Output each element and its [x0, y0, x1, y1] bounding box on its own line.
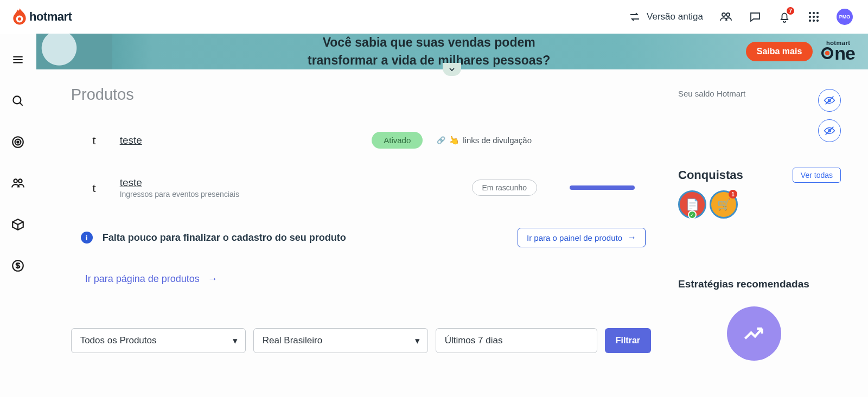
products-page-link[interactable]: Ir para página de produtos → [85, 273, 218, 284]
product-subtitle: Ingressos para eventos presenciais [120, 190, 239, 198]
svg-point-3 [726, 13, 730, 16]
check-icon: ✓ [688, 210, 697, 219]
toggle-balance-visibility-button[interactable] [818, 89, 841, 112]
link-icon: 🔗 [437, 136, 445, 144]
svg-point-1 [18, 17, 21, 21]
svg-point-11 [813, 20, 814, 21]
product-row: t teste Ingressos para eventos presencia… [71, 169, 651, 206]
status-badge-active: Ativado [372, 132, 423, 149]
left-sidebar [0, 34, 36, 397]
banner-image [36, 34, 112, 69]
notification-badge: 7 [786, 6, 795, 16]
svg-point-2 [722, 13, 725, 16]
balance-label: Seu saldo Hotmart [678, 89, 841, 98]
strategies-title: Estratégias recomendadas [678, 278, 841, 290]
svg-point-12 [816, 20, 818, 21]
achievements-title: Conquistas [678, 168, 743, 182]
product-letter: t [87, 181, 101, 195]
products-page-link-row: Ir para página de produtos → [71, 257, 651, 285]
svg-point-7 [809, 16, 810, 17]
people-icon[interactable] [10, 176, 25, 191]
user-avatar[interactable]: PMO [837, 9, 853, 25]
pointer-icon: 👆 [448, 133, 461, 147]
progress-bar [570, 185, 635, 190]
svg-point-4 [809, 12, 810, 14]
caret-down-icon: ▾ [415, 335, 420, 347]
banner-cta-button[interactable]: Saiba mais [746, 42, 813, 61]
alert-message: Falta pouco para finalizar o cadastro do… [103, 232, 518, 244]
legacy-version-label: Versão antiga [647, 11, 703, 22]
svg-point-10 [809, 20, 810, 21]
box-icon[interactable] [10, 217, 25, 232]
arrow-right-icon: → [628, 233, 636, 242]
share-links[interactable]: 🔗 👆 links de divulgação [437, 135, 532, 145]
growth-chart-icon[interactable] [727, 306, 781, 361]
filter-bar: Todos os Produtos▾ Real Brasileiro▾ Últi… [71, 285, 651, 353]
side-column: Seu saldo Hotmart Conquistas Ver todas 📄… [678, 86, 841, 397]
currency-filter-select[interactable]: Real Brasileiro▾ [253, 328, 428, 353]
filter-button[interactable]: Filtrar [605, 328, 651, 353]
legacy-version-link[interactable]: Versão antiga [628, 10, 703, 23]
info-icon: i [81, 232, 93, 244]
community-icon[interactable] [719, 10, 732, 23]
page-title: Produtos [71, 86, 651, 104]
badge-count: 1 [729, 190, 737, 198]
product-filter-select[interactable]: Todos os Produtos▾ [71, 328, 246, 353]
go-to-product-panel-button[interactable]: Ir para o painel de produto → [518, 228, 646, 247]
brand-name: hotmart [29, 10, 72, 24]
finish-registration-alert: i Falta pouco para finalizar o cadastro … [71, 218, 651, 257]
swap-icon [628, 10, 641, 23]
achievement-badge[interactable]: 🛒 1 [710, 190, 738, 219]
svg-point-8 [813, 16, 814, 17]
target-icon[interactable] [10, 135, 25, 150]
toggle-secondary-visibility-button[interactable] [818, 119, 841, 142]
menu-toggle-icon[interactable] [10, 52, 25, 67]
hotmart-one-logo: hotmart ne [821, 40, 855, 64]
cart-icon: 🛒 [717, 198, 731, 211]
arrow-right-icon: → [205, 273, 218, 284]
document-icon: 📄 [686, 198, 699, 211]
svg-point-9 [816, 16, 818, 17]
product-name-link[interactable]: teste [120, 135, 142, 146]
banner-text: Você sabia que suas vendas podem transfo… [112, 34, 746, 70]
achievements-header: Conquistas Ver todas [678, 168, 841, 183]
svg-point-17 [14, 179, 18, 183]
search-icon[interactable] [10, 93, 25, 108]
status-badge-draft: Em rascunho [472, 180, 537, 196]
svg-point-13 [14, 96, 21, 104]
notifications-icon[interactable]: 7 [778, 10, 791, 23]
view-all-achievements-button[interactable]: Ver todas [793, 168, 841, 183]
achievement-badge[interactable]: 📄 ✓ [678, 190, 706, 219]
banner-line-2: transformar a vida de milhares pessoas? [112, 52, 746, 69]
svg-point-18 [18, 179, 22, 183]
top-header: hotmart Versão antiga 7 PMO [0, 0, 868, 34]
svg-point-5 [813, 12, 814, 14]
product-name-link[interactable]: teste [120, 177, 239, 189]
flame-icon [12, 8, 27, 26]
share-links-label: links de divulgação [463, 136, 532, 145]
apps-grid-icon[interactable] [807, 10, 820, 23]
main-column: Produtos t teste Ativado 🔗 👆 links de di… [71, 86, 651, 397]
caret-down-icon: ▾ [233, 335, 238, 347]
svg-point-16 [17, 141, 19, 143]
banner-line-1: Você sabia que suas vendas podem [112, 34, 746, 52]
product-letter: t [87, 133, 101, 148]
brand-logo[interactable]: hotmart [12, 8, 72, 26]
chat-icon[interactable] [749, 10, 762, 23]
product-row: t teste Ativado 🔗 👆 links de divulgação [71, 124, 651, 156]
promo-banner: Você sabia que suas vendas podem transfo… [36, 34, 868, 69]
money-icon[interactable] [10, 258, 25, 273]
period-filter-select[interactable]: Últimos 7 dias [436, 328, 597, 353]
header-actions: Versão antiga 7 PMO [628, 9, 853, 25]
achievement-badges: 📄 ✓ 🛒 1 [678, 190, 841, 219]
svg-point-6 [816, 12, 818, 14]
